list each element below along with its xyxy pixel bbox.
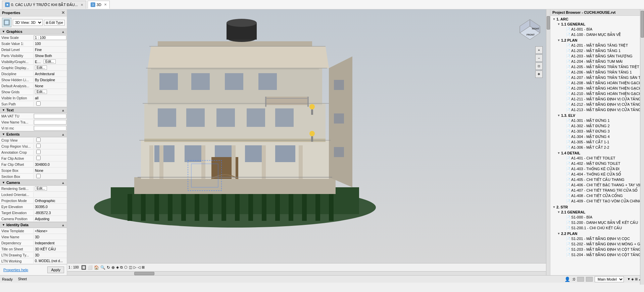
browser-tree[interactable]: ▼ 1. ARC ▼ 1.1 GENERAL 📄A1-001 - BÌA: [550, 16, 644, 275]
tree-toggle-21general[interactable]: ▼: [556, 210, 561, 214]
tree-row-s1201[interactable]: 📄S1-201 - MẶT BẰNG ĐỊNH VỊ CỌC: [560, 236, 644, 241]
tree-toggle-str[interactable]: ▼: [552, 205, 556, 209]
gdisp-edit-btn[interactable]: Edit...: [35, 65, 47, 70]
tool-icon-6[interactable]: ⊕: [111, 265, 115, 270]
tree-row-a1401[interactable]: 📄A1-401 - CHI TIẾT TOILET: [560, 155, 644, 161]
tab-1-close[interactable]: ✕: [104, 3, 107, 6]
tree-row-a1403[interactable]: 📄A1-403 - THỐNG KÊ CỬA ĐI: [560, 166, 644, 172]
tree-row-a1303[interactable]: 📄A1-303 - MẶT ĐỨNG 3: [560, 129, 644, 134]
tree-row-a1205[interactable]: 📄A1-205 - MẶT BẰNG TRẦN TẦNG TRỆT: [560, 64, 644, 69]
tree-row-a1206[interactable]: 📄A1-206 - MẶT BẰNG TRẦN TẦNG 1: [560, 69, 644, 75]
tree-row-a1404[interactable]: 📄A1-404 - THỐNG KÊ CỬA SỔ: [560, 172, 644, 177]
browser-scrollbar[interactable]: [640, 9, 644, 275]
vis-edit-btn[interactable]: Edit...: [44, 59, 56, 64]
edit-type-button[interactable]: ⊞ Edit Type: [44, 20, 65, 26]
tree-row-a1001[interactable]: 📄A1-001 - BÌA: [560, 27, 644, 32]
tab-0[interactable]: ■ 0. CÁC LƯU Ý TRƯỚC KHI BẮT ĐẦU... ✕: [2, 1, 86, 9]
prop-vtmc-val[interactable]: [34, 126, 67, 131]
tree-toggle-13elv[interactable]: ▼: [556, 114, 561, 117]
tree-row-22plan[interactable]: ▼ 2.2 PLAN: [555, 231, 644, 236]
zoom-fit-btn[interactable]: ⊡: [535, 62, 543, 70]
tree-row-a1211[interactable]: 📄A1-211 - MẶT BẰNG ĐỊNH VỊ CỬA TẦNG TRỆT: [560, 96, 644, 102]
grids-edit-btn[interactable]: Edit...: [35, 90, 47, 94]
tree-row-a1209[interactable]: 📄A1-209 - MẶT BẰNG HOÀN THIỆN GẠCH TẦNG: [560, 86, 644, 91]
tree-row-a1203[interactable]: 📄A1-203 - MẶT BẰNG SÂN THƯỢNG: [560, 53, 644, 59]
crop-view-checkbox[interactable]: [36, 138, 41, 142]
viewport-scrollbar-h[interactable]: [67, 271, 546, 275]
viewport-scrollbar-v-thumb[interactable]: [547, 16, 550, 30]
properties-close[interactable]: ✕: [61, 10, 65, 15]
tool-icon-9[interactable]: ⬡: [124, 265, 128, 270]
tree-row-12plan[interactable]: ▼ 1.2 PLAN: [555, 38, 644, 43]
pan-btn[interactable]: ✥: [535, 70, 543, 78]
tree-row-a1204[interactable]: 📄A1-204 - MẶT BẰNG TUM MÁI: [560, 59, 644, 64]
tree-toggle-11general[interactable]: ▼: [556, 22, 561, 26]
tool-icon-5[interactable]: ↻: [107, 265, 110, 270]
graphics-section-header[interactable]: ▼ Graphics ▲: [0, 29, 67, 35]
tree-row-a1302[interactable]: 📄A1-302 - MẶT ĐỨNG 2: [560, 123, 644, 129]
tree-toggle-12plan[interactable]: ▼: [556, 39, 561, 42]
tree-row-a1212[interactable]: 📄A1-212 - MẶT BẰNG ĐỊNH VỊ CỬA TẦNG 1: [560, 102, 644, 107]
status-icon1[interactable]: [577, 277, 584, 282]
sun-path-checkbox[interactable]: [36, 101, 41, 106]
tab-0-close[interactable]: ✕: [81, 3, 83, 7]
viewcube-svg[interactable]: FRONT RIGHT: [516, 16, 543, 43]
tree-row-21general[interactable]: ▼ 2.1 GENERAL: [555, 210, 644, 214]
tree-row-a1409[interactable]: 📄A1-409 - CHI TIẾT TẠO VÒM CỬA CHÍNH+ PH…: [560, 198, 644, 204]
zoom-in-btn[interactable]: +: [535, 46, 543, 54]
tool-icon-13[interactable]: ⊞: [142, 265, 145, 270]
tree-toggle-14detail[interactable]: ▼: [556, 151, 561, 155]
tree-row-a1208[interactable]: 📄A1-208 - MẶT BẰNG HOÀN THIỆN GẠCH TẦNG: [560, 80, 644, 86]
prop-vnt-val[interactable]: [34, 119, 67, 125]
zoom-out-btn[interactable]: −: [535, 54, 543, 62]
identity-section-header[interactable]: ▼ Identity Data ▲: [0, 222, 67, 228]
tree-row-a1201[interactable]: 📄A1-201 - MẶT BẰNG TẦNG TRỆT: [560, 43, 644, 48]
tree-row-s12001[interactable]: 📄S1-200.1 - CHI CHÚ KẾT CẤU: [560, 225, 644, 231]
tree-row-a1402[interactable]: 📄A1-402 - MẶT ĐỨNG TOILET: [560, 161, 644, 166]
prop-mavt-val[interactable]: [34, 113, 67, 119]
tree-row-arc[interactable]: ▼ 1. ARC: [550, 17, 644, 21]
tree-row-a1100[interactable]: 📄A1-100 - DANH MỤC BẢN VẼ: [560, 32, 644, 37]
tree-row-13elv[interactable]: ▼ 1.3. ELV: [555, 113, 644, 118]
apply-button[interactable]: Apply: [47, 266, 64, 273]
tool-icon-11[interactable]: ▷: [134, 265, 136, 270]
annotation-crop-checkbox[interactable]: [36, 150, 41, 154]
extents-section-header[interactable]: ▼ Extents ▲: [0, 131, 67, 137]
status-icon2[interactable]: [586, 277, 593, 282]
section-box-checkbox[interactable]: [36, 174, 41, 178]
tree-row-11general[interactable]: ▼ 1.1 GENERAL: [555, 22, 644, 27]
tree-row-a1202[interactable]: 📄A1-202 - MẶT BẰNG TẦNG 1: [560, 48, 644, 53]
tool-icon-2[interactable]: ⬜: [88, 265, 93, 270]
tool-icon-12[interactable]: ◁: [138, 265, 140, 270]
tree-row-a1407[interactable]: 📄A1-407 - CHI TIẾT TRANG TRÍ CỬA SỔ: [560, 188, 644, 193]
tree-row-14detail[interactable]: ▼ 1.4 DETAIL: [555, 151, 644, 155]
tree-row-a1306[interactable]: 📄A1-306 - MẶT CẮT 2-2: [560, 145, 644, 150]
tree-row-s1000[interactable]: 📄S1-000 - BÌA: [560, 214, 644, 220]
tree-row-s1203[interactable]: 📄S1-203 - MẶT BẰNG ĐỊNH VỊ CỘT TẦNG TRỆT: [560, 247, 644, 252]
viewport-scrollbar-v[interactable]: [546, 9, 550, 275]
tree-row-s1200[interactable]: 📄S1-200 - DANH MỤC BẢN VẼ KẾT CẤU: [560, 220, 644, 225]
prop-view-scale-value[interactable]: [34, 35, 67, 40]
tree-row-a1406[interactable]: 📄A1-406 - CHI TIẾT BẬC THANG + TAY VỊN: [560, 182, 644, 188]
tree-row-a1213[interactable]: 📄A1-213 - MẶT BẰNG ĐỊNH VỊ CỬA TẦNG SÂN …: [560, 107, 644, 112]
tree-row-a1405[interactable]: 📄A1-405 - CHI TIẾT CẦU THANG: [560, 177, 644, 182]
tool-icon-8[interactable]: ⧉: [120, 265, 123, 270]
tool-icon-1[interactable]: 🔲: [81, 265, 86, 270]
tree-row-a1304[interactable]: 📄A1-304 - MẶT ĐỨNG 4: [560, 134, 644, 139]
tool-icon-3[interactable]: 🏠: [94, 265, 99, 270]
far-clip-active-checkbox[interactable]: [36, 156, 41, 160]
viewport-scrollbar-h-thumb[interactable]: [134, 272, 154, 275]
tree-row-s1202[interactable]: 📄S1-202 - MẶT BẰNG ĐỊNH VỊ MÓNG + GIẰNG …: [560, 241, 644, 247]
tool-icon-10[interactable]: ◫: [129, 265, 132, 270]
tree-row-a1305[interactable]: 📄A1-305 - MẶT CẮT 1-1: [560, 139, 644, 145]
tool-icon-7[interactable]: ◈: [116, 265, 119, 270]
tree-row-a1408[interactable]: 📄A1-408 - CHI TIẾT CỬA CỔNG: [560, 193, 644, 198]
viewcube[interactable]: FRONT RIGHT: [516, 16, 543, 43]
tree-row-a1301[interactable]: 📄A1-301 - MẶT ĐỨNG 1: [560, 118, 644, 123]
rend-edit-btn[interactable]: Edit...: [35, 186, 47, 191]
browser-scrollbar-thumb[interactable]: [641, 11, 644, 38]
model-select[interactable]: Main Model: [595, 276, 624, 282]
tree-toggle-22plan[interactable]: ▼: [556, 232, 561, 235]
tree-row-s1204[interactable]: 📄S1-204 - MẶT BẰNG ĐỊNH VỊ CỘT TẦNG 1: [560, 252, 644, 257]
props-help-link[interactable]: Properties help: [1, 266, 30, 273]
